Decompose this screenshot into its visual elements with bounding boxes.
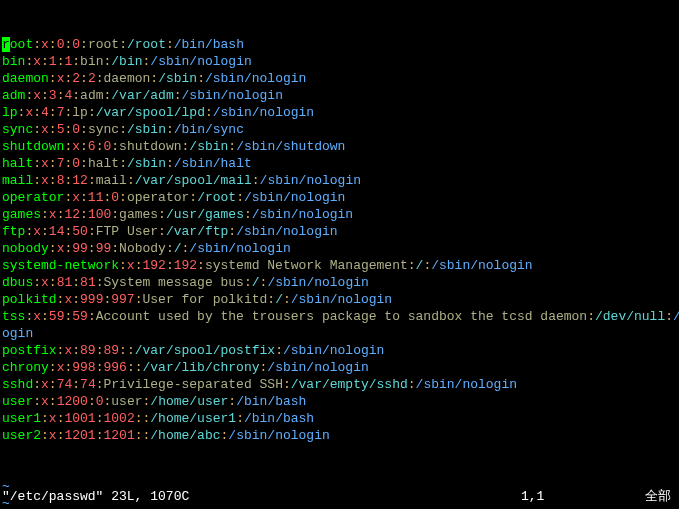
- text-segment: :: [80, 122, 88, 137]
- text-segment: :: [80, 71, 88, 86]
- text-segment: adm: [2, 88, 25, 103]
- text-segment: x: [72, 139, 80, 154]
- text-segment: :: [49, 394, 57, 409]
- text-segment: 0: [96, 394, 104, 409]
- file-line: games:x:12:100:games:/usr/games:/sbin/no…: [2, 206, 677, 223]
- text-segment: games: [2, 207, 41, 222]
- file-line: ftp:x:14:50:FTP User:/var/ftp:/sbin/nolo…: [2, 223, 677, 240]
- text-segment: :: [41, 428, 49, 443]
- text-segment: shutdown: [2, 139, 64, 154]
- text-segment: oot: [10, 37, 33, 52]
- text-segment: /var/ftp: [166, 224, 228, 239]
- text-segment: lp: [72, 105, 88, 120]
- text-segment: ogin: [2, 326, 33, 341]
- text-segment: lp: [2, 105, 18, 120]
- text-segment: :: [283, 292, 291, 307]
- status-bar: "/etc/passwd" 23L, 1070C 1,1 全部: [2, 488, 677, 505]
- text-segment: /bin/sync: [174, 122, 244, 137]
- file-line: nobody:x:99:99:Nobody:/:/sbin/nologin: [2, 240, 677, 257]
- text-segment: daemon: [2, 71, 49, 86]
- text-segment: ftp: [2, 224, 25, 239]
- text-segment: :: [252, 173, 260, 188]
- text-segment: dbus: [2, 275, 33, 290]
- text-segment: /sbin/nologin: [267, 360, 368, 375]
- text-segment: /var/spool/lpd: [96, 105, 205, 120]
- text-segment: /bin: [111, 54, 142, 69]
- text-segment: /sbin/nologin: [189, 241, 290, 256]
- text-segment: :: [197, 71, 205, 86]
- text-segment: :: [587, 309, 595, 324]
- text-segment: mail: [96, 173, 127, 188]
- text-segment: /sbin/halt: [174, 156, 252, 171]
- text-segment: :: [96, 377, 104, 392]
- text-segment: /usr/games: [166, 207, 244, 222]
- text-segment: chrony: [2, 360, 49, 375]
- text-segment: :: [33, 105, 41, 120]
- text-segment: 12: [64, 207, 80, 222]
- text-segment: :: [228, 394, 236, 409]
- text-segment: 4: [41, 105, 49, 120]
- cursor: r: [2, 37, 10, 52]
- text-segment: :: [72, 343, 80, 358]
- text-segment: 81: [57, 275, 73, 290]
- text-segment: :: [119, 258, 127, 273]
- terminal-viewport[interactable]: root:x:0:0:root:/root:/bin/bashbin:x:1:1…: [0, 0, 679, 509]
- text-segment: 1002: [103, 411, 134, 426]
- text-segment: :: [41, 309, 49, 324]
- text-segment: :: [283, 377, 291, 392]
- file-line: mail:x:8:12:mail:/var/spool/mail:/sbin/n…: [2, 172, 677, 189]
- text-segment: :: [33, 37, 41, 52]
- text-segment: :: [49, 275, 57, 290]
- text-segment: :: [33, 275, 41, 290]
- text-segment: 998: [72, 360, 95, 375]
- text-segment: systemd Network Management: [205, 258, 408, 273]
- text-segment: /bin/bash: [236, 394, 306, 409]
- text-segment: :: [150, 71, 158, 86]
- text-segment: 74: [57, 377, 73, 392]
- file-line: dbus:x:81:81:System message bus:/:/sbin/…: [2, 274, 677, 291]
- text-segment: /sbin/nologin: [236, 224, 337, 239]
- text-segment: /dev/null: [595, 309, 665, 324]
- text-segment: /bin/bash: [174, 37, 244, 52]
- file-line: chrony:x:998:996::/var/lib/chrony:/sbin/…: [2, 359, 677, 376]
- file-line: user1:x:1001:1002::/home/user1:/bin/bash: [2, 410, 677, 427]
- text-segment: :: [49, 105, 57, 120]
- text-segment: FTP User: [96, 224, 158, 239]
- text-segment: x: [41, 377, 49, 392]
- text-segment: :: [72, 292, 80, 307]
- text-segment: /sbin/nologin: [431, 258, 532, 273]
- file-line: bin:x:1:1:bin:/bin:/sbin/nologin: [2, 53, 677, 70]
- text-segment: /sbin/nologin: [260, 173, 361, 188]
- text-segment: /: [252, 275, 260, 290]
- file-line: user2:x:1201:1201::/home/abc:/sbin/nolog…: [2, 427, 677, 444]
- text-segment: x: [72, 190, 80, 205]
- text-segment: shutdown: [119, 139, 181, 154]
- text-segment: 1201: [103, 428, 134, 443]
- text-segment: 192: [174, 258, 197, 273]
- text-segment: /sbin/nologin: [244, 190, 345, 205]
- text-segment: bin: [2, 54, 25, 69]
- file-line: systemd-network:x:192:192:systemd Networ…: [2, 257, 677, 274]
- text-segment: x: [33, 224, 41, 239]
- text-segment: :: [88, 105, 96, 120]
- text-segment: polkitd: [2, 292, 57, 307]
- text-segment: :: [72, 275, 80, 290]
- text-segment: /sbin/nologin: [228, 428, 329, 443]
- text-segment: 2: [72, 71, 80, 86]
- text-segment: sync: [2, 122, 33, 137]
- text-segment: 99: [72, 241, 88, 256]
- text-segment: :: [174, 88, 182, 103]
- text-segment: :: [49, 156, 57, 171]
- text-segment: 192: [142, 258, 165, 273]
- text-segment: /sbin/nologin: [291, 292, 392, 307]
- text-segment: :: [41, 207, 49, 222]
- text-segment: :: [49, 360, 57, 375]
- text-segment: /sbin/nologin: [150, 54, 251, 69]
- text-segment: :: [33, 394, 41, 409]
- text-segment: /sbin: [158, 71, 197, 86]
- text-segment: /home/user1: [150, 411, 236, 426]
- text-segment: :: [88, 394, 96, 409]
- text-segment: :: [33, 122, 41, 137]
- text-segment: 59: [49, 309, 65, 324]
- text-segment: 997: [111, 292, 134, 307]
